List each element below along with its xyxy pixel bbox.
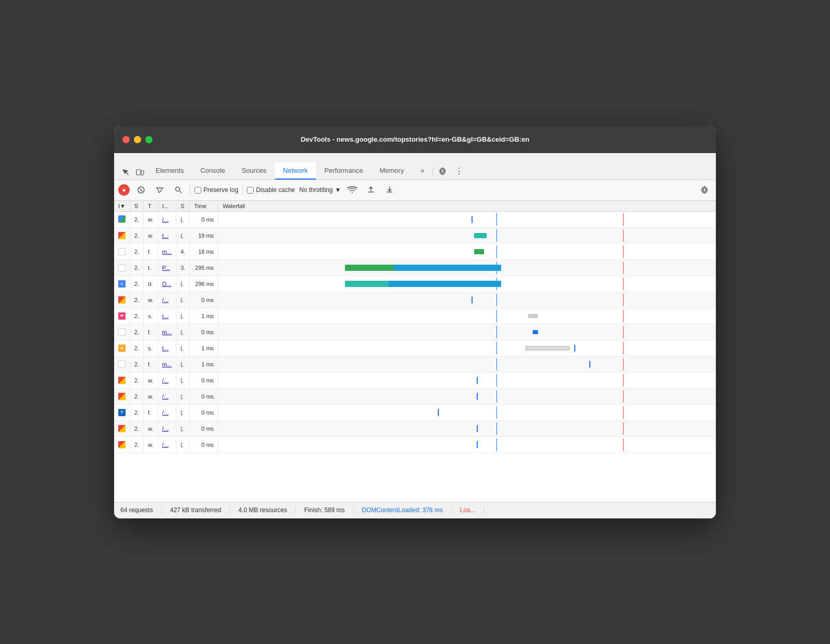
row-type: w. <box>144 420 158 436</box>
table-row[interactable]: ≡ 2. d. O... (. 296 ms <box>114 276 716 292</box>
network-table-container[interactable]: I▼ S T I... S Time Waterfall 2. w. /... … <box>114 201 716 502</box>
row-name: /... <box>158 420 176 436</box>
table-row[interactable]: ✏ 2. s. t... (. 1 ms <box>114 308 716 324</box>
svg-line-4 <box>140 188 143 191</box>
traffic-lights <box>122 136 153 143</box>
row-name: /... <box>158 372 176 388</box>
tab-more[interactable]: » <box>412 162 433 180</box>
row-icon <box>114 372 130 388</box>
table-row[interactable]: 2. w. /... (. 0 ms <box>114 372 716 388</box>
table-row[interactable]: A 2. s. t... (. 1 ms <box>114 340 716 356</box>
row-status: 2. <box>130 404 144 420</box>
row-status: 2. <box>130 388 144 404</box>
table-row[interactable]: 2. f. m... (. 0 ms <box>114 324 716 340</box>
svg-rect-1 <box>141 171 144 175</box>
row-status: 2. <box>130 292 144 308</box>
col-header-type[interactable]: T <box>144 201 158 212</box>
row-size: (. <box>176 340 189 356</box>
close-button[interactable] <box>122 136 130 143</box>
record-button[interactable]: ● <box>118 184 130 196</box>
upload-icon[interactable] <box>364 183 378 197</box>
table-row[interactable]: T 2. f. /... (. 0 ms <box>114 404 716 420</box>
row-size: (. <box>176 292 189 308</box>
row-name: /... <box>158 388 176 404</box>
svg-point-2 <box>441 170 444 172</box>
divider1 <box>190 185 190 195</box>
tab-network[interactable]: Network <box>275 162 316 180</box>
row-icon: T <box>114 404 130 420</box>
tab-console[interactable]: Console <box>192 162 233 180</box>
row-type: w. <box>144 372 158 388</box>
table-row[interactable]: 2. w. /... (. 0 ms <box>114 388 716 404</box>
col-header-name[interactable]: I... <box>158 201 176 212</box>
clear-button[interactable] <box>134 183 148 197</box>
tab-sources[interactable]: Sources <box>233 162 275 180</box>
settings-icon[interactable] <box>435 164 450 179</box>
tab-elements[interactable]: Elements <box>147 162 192 180</box>
row-time: 0 ms <box>190 404 218 420</box>
table-row[interactable]: 2. t. P... 3. 295 ms <box>114 259 716 276</box>
table-header-row: I▼ S T I... S Time Waterfall <box>114 201 716 212</box>
titlebar: DevTools - news.google.com/topstories?hl… <box>114 126 716 153</box>
table-row[interactable]: 2. w. /... (. 0 ms <box>114 436 716 453</box>
table-row[interactable]: 2. w. /... (. 0 ms <box>114 420 716 436</box>
row-waterfall <box>218 420 716 436</box>
finish-time: Finish: 589 ms <box>296 506 353 514</box>
tabs-right: ⋮ <box>433 164 466 180</box>
row-status: 2. <box>130 259 144 276</box>
row-time: 0 ms <box>190 436 218 453</box>
row-name: t... <box>158 227 176 243</box>
row-icon <box>114 243 130 259</box>
col-header-waterfall[interactable]: Waterfall <box>218 201 716 212</box>
row-status: 2. <box>130 340 144 356</box>
row-time: 1 ms <box>190 308 218 324</box>
row-waterfall <box>218 388 716 404</box>
row-waterfall <box>218 243 716 259</box>
inspect-element-icon[interactable] <box>118 165 133 180</box>
disable-cache-checkbox[interactable]: Disable cache <box>247 186 295 194</box>
network-settings-icon[interactable] <box>697 183 712 197</box>
filter-icon[interactable] <box>153 183 167 197</box>
row-icon: ≡ <box>114 276 130 292</box>
row-time: 0 ms <box>190 372 218 388</box>
device-toolbar-icon[interactable] <box>133 165 147 180</box>
row-size: (. <box>176 404 189 420</box>
row-size: (. <box>176 324 189 340</box>
row-waterfall <box>218 324 716 340</box>
row-size: (. <box>176 436 189 453</box>
row-type: w. <box>144 292 158 308</box>
more-options-icon[interactable]: ⋮ <box>452 164 466 179</box>
tab-performance[interactable]: Performance <box>316 162 371 180</box>
table-row[interactable]: 2. f. m... (. 1 ms <box>114 356 716 372</box>
col-header-size[interactable]: S <box>176 201 189 212</box>
table-row[interactable]: 2. f. m... 4. 18 ms <box>114 243 716 259</box>
row-waterfall <box>218 356 716 372</box>
table-row[interactable]: 2. w. t... (. 19 ms <box>114 227 716 243</box>
row-size: (. <box>176 227 189 243</box>
col-header-status[interactable]: S <box>130 201 144 212</box>
minimize-button[interactable] <box>134 136 141 143</box>
row-name: /... <box>158 292 176 308</box>
devtools-window: DevTools - news.google.com/topstories?hl… <box>114 126 716 518</box>
search-icon[interactable] <box>171 183 186 197</box>
row-time: 295 ms <box>190 259 218 276</box>
tab-memory[interactable]: Memory <box>371 162 412 180</box>
tabs-bar: Elements Console Sources Network Perform… <box>114 153 716 180</box>
preserve-log-checkbox[interactable]: Preserve log <box>195 186 238 194</box>
row-waterfall <box>218 276 716 292</box>
throttling-select[interactable]: No throttling ▼ <box>299 186 341 194</box>
maximize-button[interactable] <box>145 136 153 143</box>
row-name: m... <box>158 356 176 372</box>
window-title: DevTools - news.google.com/topstories?hl… <box>301 135 530 143</box>
col-header-icon: I▼ <box>114 201 130 212</box>
network-conditions-icon[interactable] <box>345 183 359 197</box>
table-row[interactable]: 2. w. /... (. 0 ms <box>114 211 716 227</box>
col-header-time[interactable]: Time <box>190 201 218 212</box>
row-waterfall <box>218 340 716 356</box>
row-name: m... <box>158 324 176 340</box>
row-status: 2. <box>130 211 144 227</box>
row-time: 0 ms <box>190 388 218 404</box>
download-icon[interactable] <box>382 183 397 197</box>
table-row[interactable]: 2. w. /... (. 0 ms <box>114 292 716 308</box>
row-status: 2. <box>130 308 144 324</box>
